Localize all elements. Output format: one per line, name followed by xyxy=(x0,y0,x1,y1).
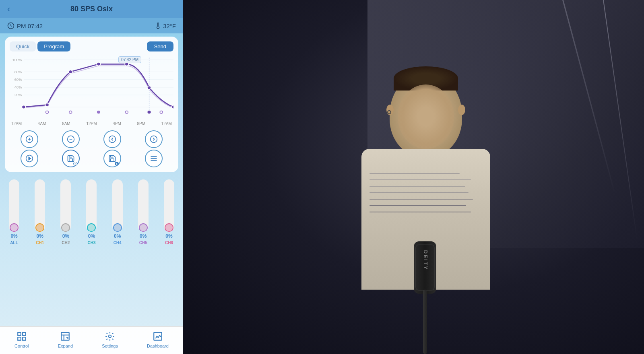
channel-ch3-slider[interactable] xyxy=(86,179,97,232)
channel-all-percent: 0% xyxy=(10,233,17,239)
channel-ch3-label: CH3 xyxy=(87,241,95,245)
back-button[interactable]: ‹ xyxy=(7,4,10,14)
channel-ch5-percent: 0% xyxy=(140,233,147,239)
bottom-nav: Control Expand Settings xyxy=(0,326,183,354)
chart-x-labels: 12AM 4AM 8AM 12PM 4PM 8PM 12AM xyxy=(10,121,173,126)
channel-ch4-slider[interactable] xyxy=(112,179,123,232)
svg-text:80%: 80% xyxy=(14,70,22,74)
chart-area: 07:42 PM 100% 80% 60% 40% 20% xyxy=(10,56,173,128)
video-background: DEITY xyxy=(183,0,644,354)
nav-dashboard[interactable]: Dashboard xyxy=(147,331,169,348)
app-title: 80 SPS Osix xyxy=(70,5,113,13)
nav-expand[interactable]: Expand xyxy=(58,331,73,348)
subtract-button[interactable] xyxy=(62,130,80,148)
svg-rect-39 xyxy=(23,332,26,335)
channel-ch5-label: CH5 xyxy=(139,241,147,245)
svg-point-24 xyxy=(147,111,151,113)
svg-point-14 xyxy=(45,103,49,107)
svg-point-18 xyxy=(147,86,151,90)
channel-ch6-slider[interactable] xyxy=(164,179,174,232)
channel-ch6-percent: 0% xyxy=(165,233,172,239)
save-device-button[interactable]: ○ xyxy=(62,150,80,167)
menu-button[interactable] xyxy=(145,150,163,167)
svg-rect-41 xyxy=(23,337,26,340)
svg-point-22 xyxy=(97,111,100,113)
play-button[interactable] xyxy=(21,150,38,167)
video-panel: DEITY xyxy=(183,0,644,354)
channel-ch2: 0% CH2 xyxy=(53,179,78,245)
status-time: PM 07:42 xyxy=(7,22,43,29)
settings-icon xyxy=(104,331,116,342)
save-local-button[interactable]: ● xyxy=(103,150,121,167)
person-head xyxy=(390,72,462,157)
channel-ch1-label: CH1 xyxy=(36,241,44,245)
nav-dashboard-label: Dashboard xyxy=(147,344,169,348)
svg-point-19 xyxy=(171,105,173,109)
svg-rect-42 xyxy=(62,332,70,340)
expand-icon xyxy=(60,331,71,342)
nav-expand-label: Expand xyxy=(58,344,73,348)
channel-ch2-slider[interactable] xyxy=(60,179,71,232)
svg-point-45 xyxy=(109,335,111,338)
microphone-stand: DEITY xyxy=(413,241,437,354)
add-button[interactable] xyxy=(21,130,38,148)
nav-control[interactable]: Control xyxy=(14,331,29,348)
channel-all: 0% ALL xyxy=(2,179,27,245)
channel-all-label: ALL xyxy=(10,241,18,245)
channels-area: 0% ALL 0% CH1 0% CH2 0% xyxy=(0,175,183,247)
svg-point-13 xyxy=(22,105,25,109)
svg-point-25 xyxy=(160,111,163,113)
program-tab[interactable]: Program xyxy=(37,41,70,51)
svg-point-16 xyxy=(97,62,100,66)
nav-settings-label: Settings xyxy=(102,344,118,348)
svg-text:40%: 40% xyxy=(14,85,22,89)
control-buttons: ○ ● xyxy=(10,130,173,167)
phone-panel: ‹ 80 SPS Osix PM 07:42 32°F Quick Progra… xyxy=(0,0,183,354)
channel-ch6-label: CH6 xyxy=(165,241,173,245)
clock-icon xyxy=(7,22,14,29)
svg-point-21 xyxy=(69,111,72,113)
svg-point-23 xyxy=(125,111,128,113)
channel-ch3: 0% CH3 xyxy=(79,179,104,245)
channel-ch1-slider[interactable] xyxy=(35,179,45,232)
svg-rect-40 xyxy=(18,337,21,340)
thermometer-icon xyxy=(155,22,161,29)
control-icon xyxy=(16,331,27,342)
channel-ch6: 0% CH6 xyxy=(157,179,182,245)
channel-ch1-percent: 0% xyxy=(37,233,43,239)
channel-all-slider[interactable] xyxy=(9,179,19,232)
channel-ch3-percent: 0% xyxy=(88,233,95,239)
nav-control-label: Control xyxy=(14,344,29,348)
send-button[interactable]: Send xyxy=(147,41,173,51)
status-bar: PM 07:42 32°F xyxy=(0,18,183,33)
svg-marker-34 xyxy=(29,157,31,160)
svg-text:60%: 60% xyxy=(14,78,22,82)
channel-ch2-percent: 0% xyxy=(62,233,69,239)
main-card: Quick Program Send 07:42 PM 100% 80% 60%… xyxy=(5,37,178,172)
next-button[interactable] xyxy=(145,130,163,148)
svg-point-32 xyxy=(150,136,157,143)
dashboard-icon xyxy=(152,331,163,342)
channel-ch5: 0% CH5 xyxy=(131,179,156,245)
channel-ch2-label: CH2 xyxy=(62,241,70,245)
channel-ch4-percent: 0% xyxy=(114,233,121,239)
svg-point-15 xyxy=(69,70,72,74)
channel-ch1: 0% CH1 xyxy=(27,179,52,245)
channel-ch4-label: CH4 xyxy=(114,241,122,245)
tab-group: Quick Program xyxy=(10,41,70,51)
svg-text:100%: 100% xyxy=(12,58,22,62)
channel-ch5-slider[interactable] xyxy=(138,179,149,232)
program-chart[interactable]: 100% 80% 60% 40% 20% xyxy=(10,56,173,120)
svg-rect-38 xyxy=(18,332,21,335)
nav-settings[interactable]: Settings xyxy=(102,331,118,348)
time-tooltip: 07:42 PM xyxy=(118,56,141,63)
svg-point-31 xyxy=(109,136,116,143)
tab-row: Quick Program Send xyxy=(10,41,173,51)
app-header: ‹ 80 SPS Osix xyxy=(0,0,183,18)
channel-ch4: 0% CH4 xyxy=(105,179,130,245)
status-temperature: 32°F xyxy=(155,22,176,29)
prev-button[interactable] xyxy=(103,130,121,148)
svg-point-20 xyxy=(46,111,49,113)
svg-text:20%: 20% xyxy=(14,93,22,97)
quick-tab[interactable]: Quick xyxy=(10,41,36,51)
